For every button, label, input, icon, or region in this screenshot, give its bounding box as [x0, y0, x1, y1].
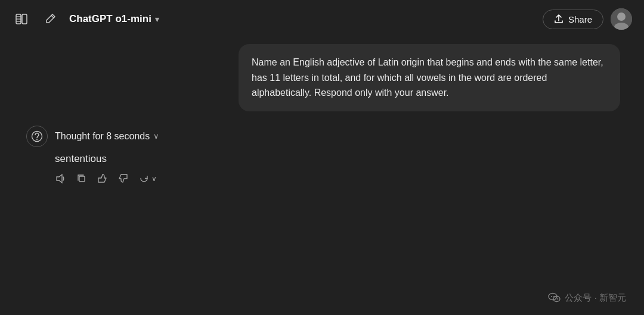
svg-marker-9	[57, 174, 62, 183]
watermark: 公众号 · 新智元	[548, 291, 626, 304]
svg-point-12	[551, 296, 552, 297]
model-selector[interactable]: ChatGPT o1-mini ▾	[69, 13, 159, 25]
wechat-icon	[548, 291, 561, 304]
user-bubble: Name an English adjective of Latin origi…	[239, 44, 620, 111]
watermark-text: 公众号 · 新智元	[565, 292, 626, 304]
svg-rect-1	[22, 14, 27, 24]
thought-text: Thought for 8 seconds	[55, 131, 150, 142]
model-name: ChatGPT o1-mini	[69, 13, 151, 25]
copy-button[interactable]	[76, 173, 86, 183]
assistant-actions: ∨	[26, 173, 620, 184]
regenerate-chevron: ∨	[151, 174, 157, 183]
header-left: ChatGPT o1-mini ▾	[12, 10, 159, 29]
thought-label-row[interactable]: Thought for 8 seconds ∨	[55, 131, 159, 142]
speak-button[interactable]	[55, 173, 66, 184]
svg-point-8	[36, 139, 38, 140]
assistant-thought-row: Thought for 8 seconds ∨	[26, 126, 620, 147]
user-message-wrapper: Name an English adjective of Latin origi…	[24, 44, 620, 111]
share-label: Share	[568, 14, 592, 24]
thumbs-up-button[interactable]	[97, 173, 107, 183]
thought-chevron: ∨	[153, 132, 159, 141]
header-right: Share	[543, 8, 632, 30]
gpt-logo	[26, 126, 48, 147]
model-selector-chevron: ▾	[155, 15, 159, 24]
svg-point-15	[556, 298, 557, 300]
new-chat-button[interactable]	[41, 10, 60, 29]
user-avatar[interactable]	[611, 8, 632, 30]
thumbs-down-button[interactable]	[118, 173, 128, 183]
header: ChatGPT o1-mini ▾ Share	[0, 0, 644, 38]
user-message-text: Name an English adjective of Latin origi…	[252, 57, 603, 98]
svg-rect-10	[79, 176, 85, 182]
assistant-answer-text: sententious	[55, 153, 107, 164]
assistant-answer: sententious	[26, 153, 620, 165]
share-icon	[554, 14, 564, 24]
share-button[interactable]: Share	[543, 10, 603, 29]
svg-point-6	[617, 13, 626, 21]
regenerate-button[interactable]: ∨	[139, 173, 157, 183]
chat-area: Name an English adjective of Latin origi…	[0, 38, 644, 196]
assistant-message-wrapper: Thought for 8 seconds ∨ sententious	[24, 126, 620, 184]
svg-point-16	[558, 298, 559, 300]
sidebar-toggle-button[interactable]	[12, 10, 31, 29]
